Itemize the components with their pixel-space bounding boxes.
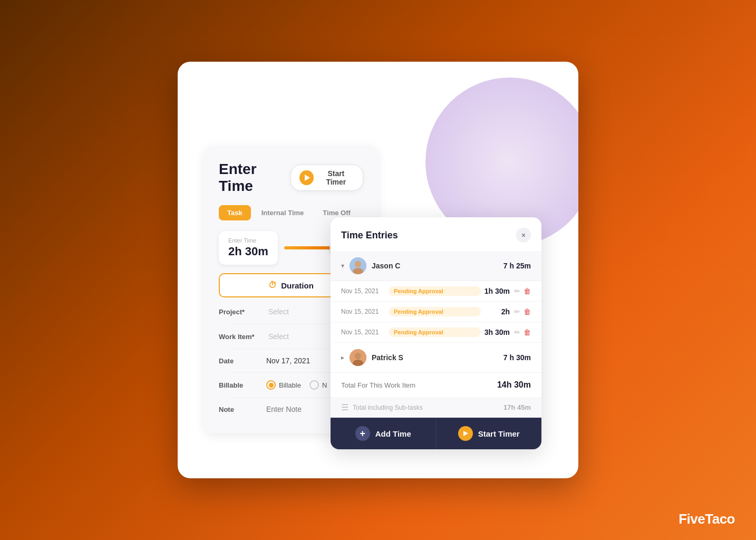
- page-title: Enter Time: [219, 161, 290, 195]
- svg-point-4: [355, 353, 361, 359]
- entry-date-1: Nov 15, 2021: [341, 287, 389, 295]
- play-triangle-icon: [305, 175, 310, 181]
- duration-label: Duration: [281, 281, 314, 290]
- entry-date-3: Nov 15, 2021: [341, 329, 389, 336]
- avatar-jason: [350, 257, 366, 274]
- billable-option-label: Billable: [279, 381, 301, 389]
- entry-date-2: Nov 15, 2021: [341, 308, 389, 315]
- start-timer-button[interactable]: Start Timer: [290, 165, 363, 191]
- avatar-patrick: [350, 349, 366, 366]
- entry-duration-2: 2h: [481, 307, 510, 316]
- radio-circle-non-billable[interactable]: [309, 380, 319, 390]
- entry-actions-2: ✏ 🗑: [514, 307, 531, 316]
- entry-duration-3: 3h 30m: [481, 328, 510, 336]
- time-entries-panel: Time Entries × ▾ Jason C 7 h 25m Nov 15,…: [331, 217, 541, 449]
- brand-watermark: FiveTaco: [679, 511, 735, 527]
- total-value: 14h 30m: [497, 380, 531, 390]
- add-time-button[interactable]: + Add Time: [331, 418, 436, 449]
- time-entries-title: Time Entries: [341, 230, 398, 241]
- entry-row-3: Nov 15, 2021 Pending Approval 3h 30m ✏ 🗑: [331, 322, 541, 343]
- play-icon-circle: [458, 426, 473, 441]
- patrick-total: 7 h 30m: [503, 353, 531, 362]
- add-icon: +: [355, 426, 370, 441]
- add-time-label: Add Time: [375, 429, 411, 438]
- action-bar: + Add Time Start Timer: [331, 418, 541, 449]
- brand-name: FiveTaco: [679, 511, 735, 527]
- tab-task[interactable]: Task: [219, 205, 251, 220]
- play-icon-small: [463, 431, 468, 436]
- edit-icon-1[interactable]: ✏: [514, 287, 520, 295]
- enter-time-header: Enter Time Start Timer: [219, 161, 363, 195]
- work-item-label: Work Item*: [219, 333, 266, 341]
- radio-circle-billable[interactable]: [266, 380, 276, 390]
- svg-point-1: [355, 261, 361, 267]
- delete-icon-3[interactable]: 🗑: [524, 328, 531, 336]
- person-row-jason[interactable]: ▾ Jason C 7 h 25m: [331, 251, 541, 281]
- entry-row-2: Nov 15, 2021 Pending Approval 2h ✏ 🗑: [331, 302, 541, 322]
- total-label: Total For This Work Item: [341, 381, 415, 389]
- clock-icon: ⏱: [268, 281, 277, 290]
- entry-row-1: Nov 15, 2021 Pending Approval 1h 30m ✏ 🗑: [331, 281, 541, 302]
- tab-internal-time[interactable]: Internal Time: [253, 205, 313, 220]
- entry-duration-1: 1h 30m: [481, 287, 510, 295]
- total-row: Total For This Work Item 14h 30m: [331, 372, 541, 397]
- jason-total: 7 h 25m: [503, 262, 531, 270]
- time-display-box: Enter Time 2h 30m: [219, 231, 278, 265]
- subtotal-row: ☰ Total including Sub-tasks 17h 45m: [331, 397, 541, 418]
- billable-label: Billable: [219, 381, 266, 389]
- jason-name: Jason C: [372, 262, 498, 270]
- entry-actions-1: ✏ 🗑: [514, 287, 531, 295]
- non-billable-option[interactable]: N: [309, 380, 327, 390]
- edit-icon-2[interactable]: ✏: [514, 307, 520, 316]
- non-billable-option-label: N: [322, 381, 327, 389]
- entry-actions-3: ✏ 🗑: [514, 328, 531, 336]
- start-timer-label: Start Timer: [318, 169, 354, 186]
- note-label: Note: [219, 406, 266, 413]
- status-badge-3: Pending Approval: [389, 327, 481, 337]
- subtotal-value: 17h 45m: [503, 403, 531, 411]
- patrick-name: Patrick S: [372, 353, 498, 362]
- date-value: Nov 17, 2021: [266, 356, 310, 365]
- project-label: Project*: [219, 308, 266, 316]
- delete-icon-2[interactable]: 🗑: [524, 307, 531, 316]
- slider-fill: [284, 246, 336, 249]
- subtotal-label: Total including Sub-tasks: [353, 404, 499, 411]
- close-button[interactable]: ×: [516, 228, 531, 243]
- time-box-label: Enter Time: [228, 237, 268, 244]
- subtask-icon: ☰: [341, 402, 348, 412]
- start-timer-action-label: Start Timer: [478, 429, 520, 438]
- billable-option[interactable]: Billable: [266, 380, 301, 390]
- play-icon: [299, 170, 313, 185]
- delete-icon-1[interactable]: 🗑: [524, 287, 531, 295]
- status-badge-2: Pending Approval: [389, 307, 481, 316]
- time-value: 2h 30m: [228, 245, 268, 258]
- time-entries-header: Time Entries ×: [331, 217, 541, 251]
- edit-icon-3[interactable]: ✏: [514, 328, 520, 336]
- chevron-down-icon: ▾: [341, 262, 344, 269]
- start-timer-action-button[interactable]: Start Timer: [437, 418, 542, 449]
- chevron-right-icon: ▸: [341, 354, 344, 361]
- date-label: Date: [219, 357, 266, 365]
- person-row-patrick[interactable]: ▸ Patrick S 7 h 30m: [331, 343, 541, 372]
- status-badge-1: Pending Approval: [389, 286, 481, 296]
